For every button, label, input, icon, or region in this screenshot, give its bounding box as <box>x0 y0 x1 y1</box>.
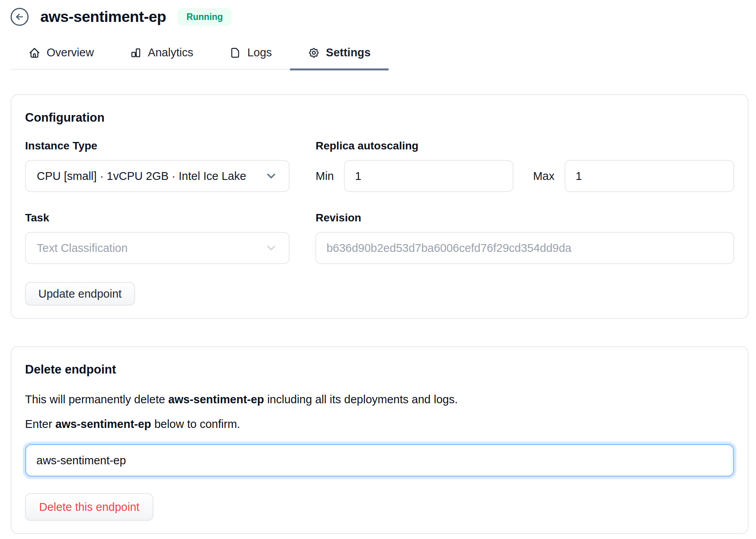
replica-autoscaling-row: Min Max <box>315 160 734 192</box>
confirm-name-input[interactable] <box>25 444 734 477</box>
chevron-down-icon <box>265 169 278 183</box>
instance-type-selected-value: CPU [small] · 1vCPU 2GB · Intel Ice Lake <box>37 170 246 183</box>
tab-bar: Overview Analytics Logs Settings <box>11 42 389 70</box>
page-title: aws-sentiment-ep <box>40 8 166 25</box>
configuration-heading: Configuration <box>25 111 734 125</box>
tab-analytics[interactable]: Analytics <box>112 42 211 70</box>
back-button[interactable] <box>11 8 29 26</box>
endpoint-name-bold: aws-sentiment-ep <box>168 393 264 406</box>
document-icon <box>229 47 241 59</box>
delete-endpoint-button[interactable]: Delete this endpoint <box>25 493 153 521</box>
confirm-suffix: below to confirm. <box>154 418 240 430</box>
max-replicas-input[interactable] <box>565 160 734 192</box>
max-label: Max <box>533 170 554 183</box>
status-badge: Running <box>178 8 231 26</box>
task-selected-value: Text Classification <box>37 242 128 255</box>
delete-warning-text: This will permanently delete aws-sentime… <box>25 393 734 406</box>
tab-settings-label: Settings <box>326 46 371 59</box>
home-icon <box>29 47 40 59</box>
delete-endpoint-card: Delete endpoint This will permanently de… <box>11 346 749 534</box>
configuration-grid: Instance Type CPU [small] · 1vCPU 2GB · … <box>25 140 734 264</box>
tab-analytics-label: Analytics <box>148 46 193 59</box>
replica-autoscaling-label: Replica autoscaling <box>315 140 734 152</box>
replica-autoscaling-field: Replica autoscaling Min Max <box>315 140 734 192</box>
confirm-prefix: Enter <box>25 418 52 430</box>
delete-endpoint-heading: Delete endpoint <box>25 363 734 377</box>
revision-label: Revision <box>315 212 734 224</box>
configuration-card: Configuration Instance Type CPU [small] … <box>11 94 749 319</box>
arrow-left-icon <box>14 12 25 22</box>
instance-type-select[interactable]: CPU [small] · 1vCPU 2GB · Intel Ice Lake <box>25 160 290 192</box>
chevron-down-icon <box>265 241 278 255</box>
update-endpoint-button[interactable]: Update endpoint <box>25 282 135 305</box>
tab-logs[interactable]: Logs <box>211 42 290 70</box>
bar-chart-icon <box>130 47 142 59</box>
min-replicas-input[interactable] <box>344 160 513 192</box>
tab-overview-label: Overview <box>47 46 94 59</box>
revision-input[interactable] <box>315 232 734 264</box>
instance-type-label: Instance Type <box>25 140 290 152</box>
task-field: Task Text Classification <box>25 212 290 264</box>
tab-logs-label: Logs <box>247 46 272 59</box>
delete-warning-suffix: including all its deployments and logs. <box>267 393 458 406</box>
confirm-instruction-text: Enter aws-sentiment-ep below to confirm. <box>25 418 734 431</box>
page-header: aws-sentiment-ep Running <box>11 5 749 28</box>
endpoint-settings-page: aws-sentiment-ep Running Overview Analyt… <box>0 0 756 534</box>
tab-settings[interactable]: Settings <box>290 42 389 70</box>
task-label: Task <box>25 212 290 224</box>
delete-warning-prefix: This will permanently delete <box>25 393 165 406</box>
task-select[interactable]: Text Classification <box>25 232 290 264</box>
min-label: Min <box>315 170 334 183</box>
gear-icon <box>308 47 320 59</box>
endpoint-name-bold: aws-sentiment-ep <box>55 418 151 430</box>
tab-overview[interactable]: Overview <box>11 42 112 70</box>
revision-field: Revision <box>315 212 734 264</box>
instance-type-field: Instance Type CPU [small] · 1vCPU 2GB · … <box>25 140 290 192</box>
